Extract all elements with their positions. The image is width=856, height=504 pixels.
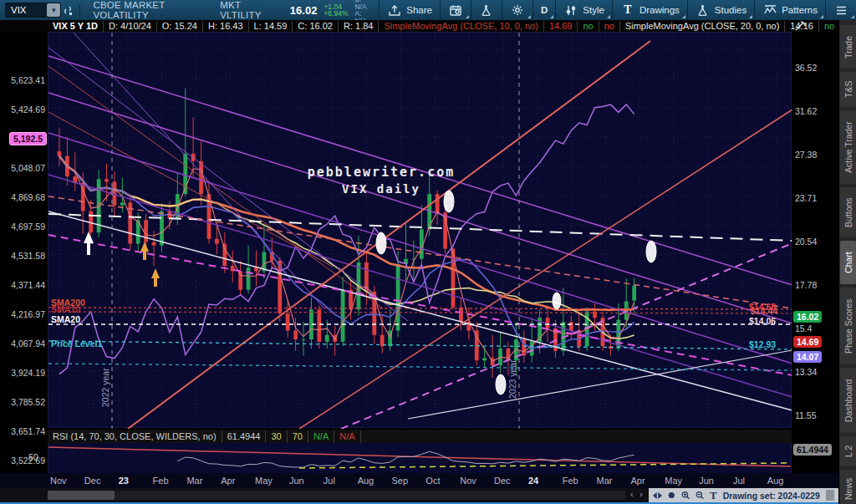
- bar-open: O: 15.24: [157, 21, 203, 32]
- sidebar-tab-t-s[interactable]: T&S: [840, 72, 856, 107]
- rsi-overbought: 70: [288, 430, 308, 443]
- sma10-study-label[interactable]: SimpleMovingAvg (CLOSE, 10, 0, no): [379, 21, 543, 32]
- settings-button[interactable]: [502, 0, 532, 20]
- left-axis-label: 4,371.44: [11, 280, 45, 290]
- time-axis-label: Jul: [733, 476, 745, 486]
- price-level-tag[interactable]: Price Level1: [51, 339, 102, 349]
- time-axis-label: Jun: [289, 476, 304, 486]
- right-axis-label: 23.71: [795, 193, 817, 203]
- symbol-description: CBOE MARKET VOLATILITY: [93, 0, 203, 20]
- sma20-study-label[interactable]: SimpleMovingAvg (CLOSE, 20, 0, no): [620, 21, 785, 32]
- dropdown-corner: [682, 15, 685, 18]
- left-axis-label: 3,785.52: [11, 397, 45, 407]
- thinkorswim-window: VIX ▾ CBOE MARKET VOLATILITY MKT VLTILIT…: [0, 0, 856, 504]
- chart-ohlc-header: VIX 5 Y 1D D: 4/10/24 O: 15.24 H: 16.43 …: [0, 20, 838, 32]
- symbol-value: VIX: [11, 5, 27, 15]
- right-axis-label: 36.52: [795, 63, 817, 73]
- chart-canvas: pebblewriter.com VIX daily 2022 year 202…: [48, 33, 792, 429]
- right-price-axis[interactable]: 16.02 14.69 14.07 61.4944 36.5231.6227.3…: [792, 32, 838, 473]
- time-axis-label: May: [255, 476, 273, 486]
- drawings-button[interactable]: T Drawings: [612, 0, 687, 20]
- share-icon: [387, 3, 402, 18]
- sidebar-tab-phase-scores[interactable]: Phase Scores: [840, 288, 856, 364]
- patterns-button[interactable]: Patterns: [754, 0, 825, 20]
- price-label-12-93: $12.93: [749, 339, 776, 349]
- time-axis-label: Sep: [392, 476, 409, 486]
- sidebar-tab-news[interactable]: News: [840, 470, 856, 504]
- sidebar-tab-buttons[interactable]: Buttons: [840, 187, 856, 237]
- right-axis-label: 17.78: [795, 280, 817, 290]
- time-axis-label: Jul: [324, 476, 335, 486]
- scrollbar-thumb[interactable]: [48, 491, 115, 500]
- scroll-right-arrow[interactable]: ›: [639, 489, 643, 499]
- left-axis-label: 3,924.19: [11, 368, 45, 378]
- year-2022-label: 2022 year: [100, 368, 110, 407]
- sidebar-tab-chart[interactable]: Chart: [840, 241, 856, 284]
- menu-icon: [833, 3, 848, 18]
- quick-study-button[interactable]: [471, 0, 502, 20]
- dropdown-corner: [466, 15, 469, 18]
- right-axis-label: 11.55: [795, 410, 817, 420]
- horizontal-scrollbar[interactable]: [48, 491, 626, 500]
- rsi-plot-panel[interactable]: [48, 443, 792, 473]
- sma10-tag[interactable]: SMA10: [51, 304, 80, 314]
- link-icon[interactable]: [61, 3, 74, 18]
- bar-high: H: 16.43: [203, 21, 249, 32]
- rsi-value-bubble: 61.4944: [793, 444, 832, 456]
- exchange-label: MKT VLTILITY: [220, 0, 275, 20]
- orange-up-arrow: [151, 268, 160, 287]
- style-button[interactable]: Style: [555, 0, 612, 20]
- zoom-out-icon[interactable]: [696, 490, 704, 501]
- status-square-button[interactable]: [826, 490, 834, 501]
- drawing-set-label[interactable]: Drawing set: 2024-0229: [723, 491, 820, 501]
- sidebar-tab-l-2[interactable]: L 2: [840, 436, 856, 466]
- left-axis-label: 4,067.94: [11, 339, 45, 349]
- studies-button[interactable]: Studies: [687, 0, 754, 20]
- sidebar-tab-active-trader[interactable]: Active Trader: [840, 110, 856, 184]
- symbol-dropdown-button[interactable]: ▾: [47, 3, 60, 17]
- scroll-left-arrow[interactable]: ‹: [630, 489, 634, 499]
- timeframe-button[interactable]: D: [532, 0, 555, 20]
- share-button[interactable]: Share: [379, 0, 440, 20]
- dropdown-corner: [527, 15, 531, 18]
- sma20-tag[interactable]: SMA20: [51, 314, 80, 324]
- time-axis-label: Aug: [358, 476, 374, 486]
- drawing-tools-icon[interactable]: [794, 21, 806, 31]
- left-axis-label: 5,424.69: [11, 104, 45, 115]
- left-price-axis[interactable]: 5,192.5 5,623.415,424.695,232.905,048.07…: [0, 32, 48, 473]
- rsi-na-red: N/A: [334, 430, 360, 443]
- bar-date: D: 4/10/24: [104, 21, 157, 32]
- rsi-canvas: [48, 443, 791, 473]
- time-axis-label: Nov: [50, 476, 67, 486]
- text-note-icon[interactable]: T: [710, 489, 717, 502]
- pan-icon[interactable]: [653, 491, 662, 500]
- sma10-value: 14.69: [544, 21, 578, 32]
- change-values: +1.04+6.94%: [324, 3, 348, 18]
- text-tool-icon: T: [620, 3, 635, 18]
- time-axis-label: Mar: [186, 476, 202, 486]
- watermark-site: pebblewriter.com: [308, 165, 456, 180]
- cursor-mode-icon[interactable]: [668, 491, 675, 500]
- zoom-in-icon[interactable]: [681, 490, 690, 501]
- chart-menu-button[interactable]: [825, 0, 856, 20]
- white-up-arrow: [84, 232, 94, 255]
- main-chart-plot[interactable]: pebblewriter.com VIX daily 2022 year 202…: [48, 32, 792, 428]
- year-2023-label: 2023 year: [507, 359, 517, 399]
- sidebar-tab-dashboard[interactable]: Dashboard: [840, 368, 856, 433]
- time-axis-label: Dec: [84, 476, 101, 486]
- right-axis-label: 27.38: [795, 150, 817, 160]
- time-axis-label: Apr: [630, 476, 645, 486]
- gear-icon: [510, 3, 525, 18]
- time-axis[interactable]: NovDec23FebMarAprMayJunJulAugSepOctNovDe…: [0, 473, 838, 488]
- rsi-study-label[interactable]: RSI (14, 70, 30, CLOSE, WILDERS, no): [48, 430, 222, 443]
- flask-icon: [696, 3, 711, 18]
- time-axis-label: May: [665, 476, 682, 486]
- chart-events-button[interactable]: [440, 0, 471, 20]
- left-axis-label: 5,048.07: [11, 163, 45, 173]
- price-label-14-68: $14.68: [749, 302, 776, 312]
- time-axis-label: Oct: [425, 476, 440, 486]
- sidebar-tab-trade[interactable]: Trade: [840, 25, 856, 69]
- rsi-oversold: 30: [266, 430, 287, 443]
- bar-range: R: 1.84: [339, 21, 379, 32]
- symbol-input[interactable]: VIX ▾: [5, 3, 61, 18]
